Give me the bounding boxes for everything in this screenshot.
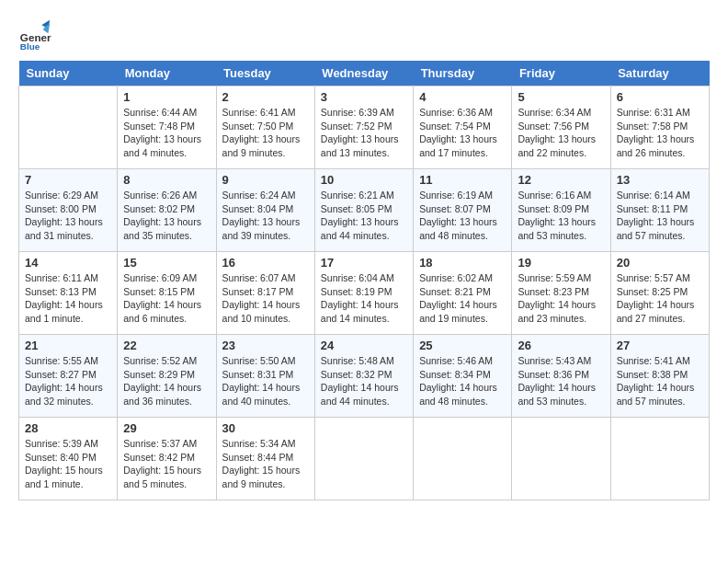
svg-text:Blue: Blue (20, 41, 40, 52)
calendar-header-row: SundayMondayTuesdayWednesdayThursdayFrid… (19, 61, 710, 86)
calendar-cell: 26Sunrise: 5:43 AM Sunset: 8:36 PM Dayli… (512, 335, 610, 418)
day-info: Sunrise: 6:26 AM Sunset: 8:02 PM Dayligh… (123, 189, 210, 243)
day-number: 28 (25, 421, 111, 435)
day-info: Sunrise: 6:41 AM Sunset: 7:50 PM Dayligh… (222, 106, 309, 160)
calendar-cell: 16Sunrise: 6:07 AM Sunset: 8:17 PM Dayli… (216, 252, 314, 335)
calendar-week-2: 7Sunrise: 6:29 AM Sunset: 8:00 PM Daylig… (19, 169, 710, 252)
header-cell-wednesday: Wednesday (314, 61, 413, 86)
page-header: General Blue (18, 18, 710, 52)
calendar-cell: 13Sunrise: 6:14 AM Sunset: 8:11 PM Dayli… (610, 169, 709, 252)
day-info: Sunrise: 5:39 AM Sunset: 8:40 PM Dayligh… (25, 437, 111, 491)
day-number: 29 (123, 421, 210, 435)
header-cell-friday: Friday (512, 61, 610, 86)
day-info: Sunrise: 6:39 AM Sunset: 7:52 PM Dayligh… (321, 106, 407, 160)
calendar-cell: 11Sunrise: 6:19 AM Sunset: 8:07 PM Dayli… (414, 169, 512, 252)
day-number: 12 (518, 173, 604, 187)
calendar-cell: 28Sunrise: 5:39 AM Sunset: 8:40 PM Dayli… (19, 418, 118, 500)
calendar-cell: 4Sunrise: 6:36 AM Sunset: 7:54 PM Daylig… (414, 86, 512, 169)
day-number: 8 (123, 173, 210, 187)
calendar-cell (314, 418, 413, 500)
day-number: 6 (617, 90, 703, 104)
day-number: 5 (518, 90, 604, 104)
day-info: Sunrise: 5:57 AM Sunset: 8:25 PM Dayligh… (617, 271, 703, 326)
day-number: 23 (222, 339, 309, 352)
day-info: Sunrise: 5:43 AM Sunset: 8:36 PM Dayligh… (518, 354, 604, 408)
day-number: 19 (518, 256, 604, 270)
calendar-week-4: 21Sunrise: 5:55 AM Sunset: 8:27 PM Dayli… (19, 335, 710, 418)
day-info: Sunrise: 6:31 AM Sunset: 7:58 PM Dayligh… (617, 106, 703, 160)
day-number: 3 (321, 90, 407, 104)
header-cell-monday: Monday (118, 61, 216, 86)
calendar-cell: 10Sunrise: 6:21 AM Sunset: 8:05 PM Dayli… (314, 169, 413, 252)
day-info: Sunrise: 6:02 AM Sunset: 8:21 PM Dayligh… (419, 271, 506, 326)
day-info: Sunrise: 6:44 AM Sunset: 7:48 PM Dayligh… (123, 106, 210, 160)
day-number: 10 (321, 173, 407, 187)
day-number: 11 (419, 173, 506, 187)
calendar-cell: 20Sunrise: 5:57 AM Sunset: 8:25 PM Dayli… (610, 252, 709, 335)
calendar-cell: 25Sunrise: 5:46 AM Sunset: 8:34 PM Dayli… (414, 335, 512, 418)
calendar-cell: 7Sunrise: 6:29 AM Sunset: 8:00 PM Daylig… (19, 169, 118, 252)
day-info: Sunrise: 6:29 AM Sunset: 8:00 PM Dayligh… (25, 189, 111, 243)
day-number: 27 (617, 339, 703, 352)
day-info: Sunrise: 6:11 AM Sunset: 8:13 PM Dayligh… (25, 271, 111, 326)
calendar-cell: 8Sunrise: 6:26 AM Sunset: 8:02 PM Daylig… (118, 169, 216, 252)
calendar-cell: 14Sunrise: 6:11 AM Sunset: 8:13 PM Dayli… (19, 252, 118, 335)
calendar-cell: 19Sunrise: 5:59 AM Sunset: 8:23 PM Dayli… (512, 252, 610, 335)
logo: General Blue (18, 18, 51, 52)
header-cell-sunday: Sunday (19, 61, 118, 86)
day-number: 13 (617, 173, 703, 187)
day-info: Sunrise: 6:34 AM Sunset: 7:56 PM Dayligh… (518, 106, 604, 160)
day-info: Sunrise: 5:50 AM Sunset: 8:31 PM Dayligh… (222, 354, 309, 408)
day-info: Sunrise: 5:52 AM Sunset: 8:29 PM Dayligh… (123, 354, 210, 408)
header-cell-thursday: Thursday (414, 61, 512, 86)
day-info: Sunrise: 5:34 AM Sunset: 8:44 PM Dayligh… (222, 437, 309, 491)
day-info: Sunrise: 5:48 AM Sunset: 8:32 PM Dayligh… (321, 354, 407, 408)
calendar-cell: 22Sunrise: 5:52 AM Sunset: 8:29 PM Dayli… (118, 335, 216, 418)
calendar-cell: 23Sunrise: 5:50 AM Sunset: 8:31 PM Dayli… (216, 335, 314, 418)
day-number: 1 (123, 90, 210, 104)
day-info: Sunrise: 6:09 AM Sunset: 8:15 PM Dayligh… (123, 271, 210, 326)
day-number: 15 (123, 256, 210, 270)
day-info: Sunrise: 6:19 AM Sunset: 8:07 PM Dayligh… (419, 189, 506, 243)
calendar-cell: 5Sunrise: 6:34 AM Sunset: 7:56 PM Daylig… (512, 86, 610, 169)
day-info: Sunrise: 5:41 AM Sunset: 8:38 PM Dayligh… (617, 354, 703, 408)
day-number: 16 (222, 256, 309, 270)
day-info: Sunrise: 5:59 AM Sunset: 8:23 PM Dayligh… (518, 271, 604, 326)
calendar-cell: 17Sunrise: 6:04 AM Sunset: 8:19 PM Dayli… (314, 252, 413, 335)
day-number: 26 (518, 339, 604, 352)
day-info: Sunrise: 5:46 AM Sunset: 8:34 PM Dayligh… (419, 354, 506, 408)
calendar-cell: 12Sunrise: 6:16 AM Sunset: 8:09 PM Dayli… (512, 169, 610, 252)
day-number: 2 (222, 90, 309, 104)
day-number: 9 (222, 173, 309, 187)
calendar-week-5: 28Sunrise: 5:39 AM Sunset: 8:40 PM Dayli… (19, 418, 710, 500)
day-number: 7 (25, 173, 111, 187)
calendar-cell: 29Sunrise: 5:37 AM Sunset: 8:42 PM Dayli… (118, 418, 216, 500)
day-info: Sunrise: 5:55 AM Sunset: 8:27 PM Dayligh… (25, 354, 111, 408)
calendar-cell: 6Sunrise: 6:31 AM Sunset: 7:58 PM Daylig… (610, 86, 709, 169)
day-info: Sunrise: 6:16 AM Sunset: 8:09 PM Dayligh… (518, 189, 604, 243)
header-cell-tuesday: Tuesday (216, 61, 314, 86)
logo-icon: General Blue (18, 18, 51, 52)
day-info: Sunrise: 6:36 AM Sunset: 7:54 PM Dayligh… (419, 106, 506, 160)
calendar-cell (610, 418, 709, 500)
calendar-cell: 27Sunrise: 5:41 AM Sunset: 8:38 PM Dayli… (610, 335, 709, 418)
calendar-cell: 21Sunrise: 5:55 AM Sunset: 8:27 PM Dayli… (19, 335, 118, 418)
calendar-cell: 3Sunrise: 6:39 AM Sunset: 7:52 PM Daylig… (314, 86, 413, 169)
day-info: Sunrise: 6:14 AM Sunset: 8:11 PM Dayligh… (617, 189, 703, 243)
day-number: 20 (617, 256, 703, 270)
day-number: 30 (222, 421, 309, 435)
day-info: Sunrise: 6:24 AM Sunset: 8:04 PM Dayligh… (222, 189, 309, 243)
calendar-cell: 1Sunrise: 6:44 AM Sunset: 7:48 PM Daylig… (118, 86, 216, 169)
day-number: 21 (25, 339, 111, 352)
day-number: 24 (321, 339, 407, 352)
day-info: Sunrise: 5:37 AM Sunset: 8:42 PM Dayligh… (123, 437, 210, 491)
calendar-cell: 24Sunrise: 5:48 AM Sunset: 8:32 PM Dayli… (314, 335, 413, 418)
calendar-cell (512, 418, 610, 500)
calendar-cell: 2Sunrise: 6:41 AM Sunset: 7:50 PM Daylig… (216, 86, 314, 169)
day-number: 17 (321, 256, 407, 270)
day-number: 18 (419, 256, 506, 270)
day-number: 22 (123, 339, 210, 352)
calendar-cell (414, 418, 512, 500)
calendar-cell: 15Sunrise: 6:09 AM Sunset: 8:15 PM Dayli… (118, 252, 216, 335)
header-cell-saturday: Saturday (610, 61, 709, 86)
